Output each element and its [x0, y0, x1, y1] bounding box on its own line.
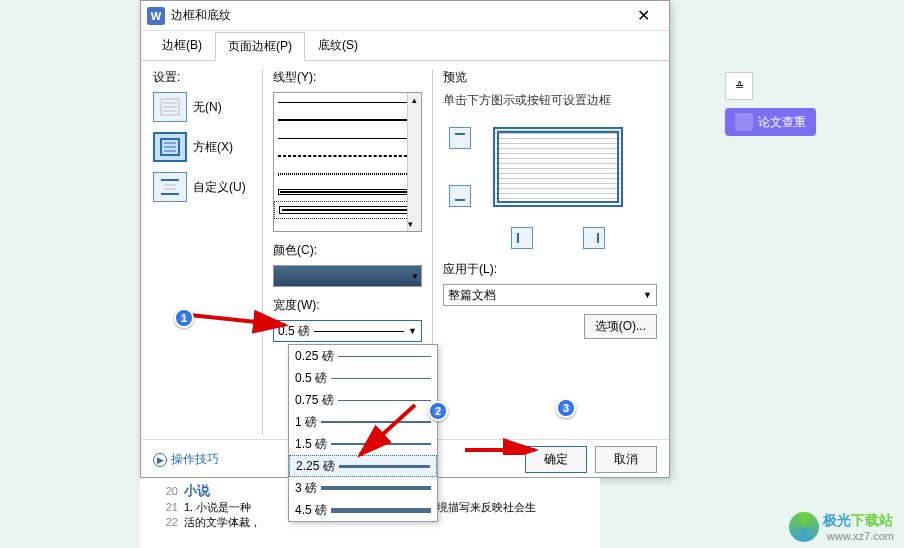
preview-label: 预览: [443, 69, 657, 86]
swirl-icon: [789, 512, 819, 542]
linetype-list[interactable]: ▴▾: [273, 92, 422, 232]
color-select[interactable]: ▼: [273, 265, 422, 287]
close-button[interactable]: ✕: [623, 2, 663, 30]
label: 方框(X): [193, 139, 233, 156]
width-select[interactable]: 0.5 磅 ▼: [273, 320, 422, 342]
tips-label: 操作技巧: [171, 451, 219, 468]
apply-select[interactable]: 整篇文档 ▼: [443, 284, 657, 306]
annotation-1: 1: [174, 308, 194, 328]
none-icon: [153, 92, 187, 122]
doc-text: 活的文学体裁，: [184, 516, 261, 528]
settings-label: 设置:: [153, 69, 254, 86]
options-button[interactable]: 选项(O)...: [584, 314, 657, 339]
apply-value: 整篇文档: [448, 287, 496, 304]
paper-check-button[interactable]: 论文查重: [725, 108, 816, 136]
collapse-button[interactable]: ≙: [725, 72, 753, 100]
width-option[interactable]: 1 磅: [289, 411, 437, 433]
preview-box[interactable]: [493, 127, 623, 207]
width-option[interactable]: 4.5 磅: [289, 499, 437, 521]
dialog-title: 边框和底纹: [171, 7, 623, 24]
triangle-icon: ≙: [735, 80, 744, 93]
preview-hint: 单击下方图示或按钮可设置边框: [443, 92, 657, 109]
cancel-button[interactable]: 取消: [595, 446, 657, 473]
tips-link[interactable]: ▶ 操作技巧: [153, 451, 219, 468]
doc-heading: 小说: [184, 483, 210, 498]
setting-box[interactable]: 方框(X): [153, 132, 254, 162]
doc-icon: [735, 113, 753, 131]
preview-top-button[interactable]: [449, 127, 471, 149]
chevron-down-icon: ▼: [408, 326, 417, 336]
preview-bottom-button[interactable]: [449, 185, 471, 207]
box-icon: [153, 132, 187, 162]
width-label: 宽度(W):: [273, 297, 422, 314]
preview-left-button[interactable]: [511, 227, 533, 249]
app-w-icon: W: [147, 7, 165, 25]
width-option[interactable]: 0.75 磅: [289, 389, 437, 411]
width-option[interactable]: 3 磅: [289, 477, 437, 499]
apply-label: 应用于(L):: [443, 261, 657, 278]
width-option[interactable]: 0.25 磅: [289, 345, 437, 367]
label: 自定义(U): [193, 179, 246, 196]
linetype-label: 线型(Y):: [273, 69, 422, 86]
tab-bar: 边框(B) 页面边框(P) 底纹(S): [141, 31, 669, 61]
side-buttons: ≙ 论文查重: [725, 72, 816, 144]
setting-custom[interactable]: 自定义(U): [153, 172, 254, 202]
label: 无(N): [193, 99, 222, 116]
doc-text: 1. 小说是一种: [184, 501, 251, 513]
ok-button[interactable]: 确定: [525, 446, 587, 473]
custom-icon: [153, 172, 187, 202]
width-option[interactable]: 0.5 磅: [289, 367, 437, 389]
titlebar: W 边框和底纹 ✕: [141, 1, 669, 31]
preview-area: [443, 117, 657, 257]
chevron-down-icon: ▼: [643, 290, 652, 300]
tab-page-border[interactable]: 页面边框(P): [215, 32, 305, 61]
tab-border[interactable]: 边框(B): [149, 31, 215, 60]
width-dropdown: 0.25 磅 0.5 磅 0.75 磅 1 磅 1.5 磅 2.25 磅 3 磅…: [288, 344, 438, 522]
width-option[interactable]: 2.25 磅: [289, 455, 437, 477]
chevron-down-icon: ▼: [411, 272, 419, 281]
scrollbar[interactable]: ▴▾: [407, 93, 421, 231]
tab-shading[interactable]: 底纹(S): [305, 31, 371, 60]
watermark-logo: 极光下载站 www.xz7.com: [789, 511, 894, 542]
width-option[interactable]: 1.5 磅: [289, 433, 437, 455]
color-label: 颜色(C):: [273, 242, 422, 259]
preview-right-button[interactable]: [583, 227, 605, 249]
width-value: 0.5 磅: [278, 323, 310, 340]
play-icon: ▶: [153, 453, 167, 467]
annotation-2: 2: [428, 401, 448, 421]
annotation-3: 3: [556, 398, 576, 418]
setting-none[interactable]: 无(N): [153, 92, 254, 122]
